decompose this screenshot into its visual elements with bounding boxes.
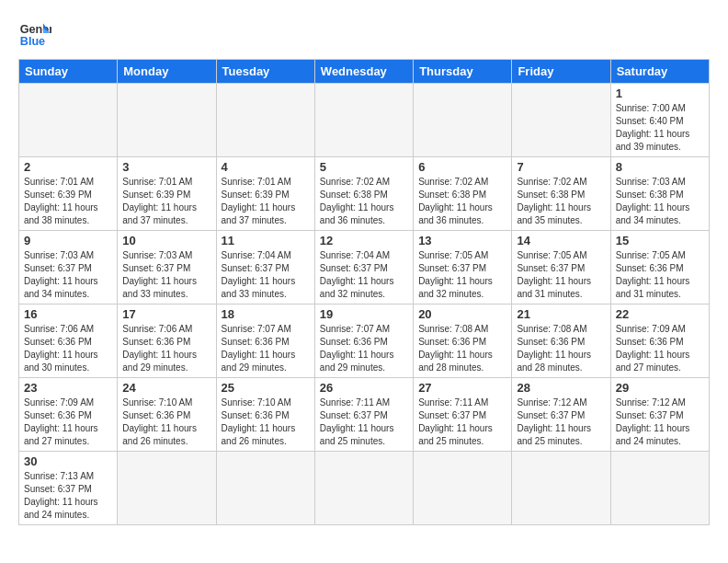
week-row-5: 23Sunrise: 7:09 AM Sunset: 6:36 PM Dayli… xyxy=(19,378,710,452)
day-number: 6 xyxy=(418,160,506,174)
day-cell: 29Sunrise: 7:12 AM Sunset: 6:37 PM Dayli… xyxy=(610,378,709,452)
day-info: Sunrise: 7:12 AM Sunset: 6:37 PM Dayligh… xyxy=(517,396,605,448)
day-cell: 23Sunrise: 7:09 AM Sunset: 6:36 PM Dayli… xyxy=(19,378,118,452)
day-number: 14 xyxy=(517,234,605,247)
day-cell xyxy=(610,452,709,525)
calendar-body: 1Sunrise: 7:00 AM Sunset: 6:40 PM Daylig… xyxy=(19,84,710,525)
day-info: Sunrise: 7:03 AM Sunset: 6:37 PM Dayligh… xyxy=(24,249,112,301)
day-info: Sunrise: 7:01 AM Sunset: 6:39 PM Dayligh… xyxy=(222,176,310,227)
day-number: 27 xyxy=(418,381,506,395)
day-number: 11 xyxy=(222,234,310,247)
day-cell xyxy=(216,84,314,157)
day-info: Sunrise: 7:02 AM Sunset: 6:38 PM Dayligh… xyxy=(517,176,605,227)
days-header-row: SundayMondayTuesdayWednesdayThursdayFrid… xyxy=(19,60,710,84)
day-cell: 14Sunrise: 7:05 AM Sunset: 6:37 PM Dayli… xyxy=(512,231,610,304)
day-cell: 19Sunrise: 7:07 AM Sunset: 6:36 PM Dayli… xyxy=(314,304,413,378)
day-number: 25 xyxy=(222,381,310,395)
logo: General Blue xyxy=(18,17,51,50)
day-number: 18 xyxy=(222,307,310,321)
day-info: Sunrise: 7:13 AM Sunset: 6:37 PM Dayligh… xyxy=(24,470,112,522)
day-number: 19 xyxy=(320,307,408,321)
day-cell xyxy=(118,84,216,157)
day-cell xyxy=(414,84,512,157)
day-cell: 8Sunrise: 7:03 AM Sunset: 6:38 PM Daylig… xyxy=(610,157,709,231)
day-cell: 4Sunrise: 7:01 AM Sunset: 6:39 PM Daylig… xyxy=(216,157,314,231)
day-number: 3 xyxy=(122,160,210,174)
day-header-wednesday: Wednesday xyxy=(314,60,413,84)
day-header-saturday: Saturday xyxy=(610,60,709,84)
day-cell: 15Sunrise: 7:05 AM Sunset: 6:36 PM Dayli… xyxy=(610,231,709,304)
day-cell xyxy=(512,84,610,157)
day-cell: 9Sunrise: 7:03 AM Sunset: 6:37 PM Daylig… xyxy=(19,231,118,304)
day-cell: 3Sunrise: 7:01 AM Sunset: 6:39 PM Daylig… xyxy=(118,157,216,231)
day-info: Sunrise: 7:03 AM Sunset: 6:37 PM Dayligh… xyxy=(122,249,210,301)
day-cell: 16Sunrise: 7:06 AM Sunset: 6:36 PM Dayli… xyxy=(19,304,118,378)
day-cell: 1Sunrise: 7:00 AM Sunset: 6:40 PM Daylig… xyxy=(610,84,709,157)
day-info: Sunrise: 7:05 AM Sunset: 6:37 PM Dayligh… xyxy=(517,249,605,301)
day-cell: 27Sunrise: 7:11 AM Sunset: 6:37 PM Dayli… xyxy=(414,378,512,452)
day-cell xyxy=(414,452,512,525)
day-info: Sunrise: 7:11 AM Sunset: 6:37 PM Dayligh… xyxy=(418,396,506,448)
day-number: 2 xyxy=(24,160,112,174)
day-info: Sunrise: 7:08 AM Sunset: 6:36 PM Dayligh… xyxy=(517,323,605,374)
week-row-3: 9Sunrise: 7:03 AM Sunset: 6:37 PM Daylig… xyxy=(19,231,710,304)
day-cell: 26Sunrise: 7:11 AM Sunset: 6:37 PM Dayli… xyxy=(314,378,413,452)
day-info: Sunrise: 7:07 AM Sunset: 6:36 PM Dayligh… xyxy=(222,323,310,374)
day-number: 8 xyxy=(616,160,704,174)
day-header-sunday: Sunday xyxy=(19,60,118,84)
day-cell: 17Sunrise: 7:06 AM Sunset: 6:36 PM Dayli… xyxy=(118,304,216,378)
week-row-2: 2Sunrise: 7:01 AM Sunset: 6:39 PM Daylig… xyxy=(19,157,710,231)
day-cell: 11Sunrise: 7:04 AM Sunset: 6:37 PM Dayli… xyxy=(216,231,314,304)
day-cell xyxy=(314,452,413,525)
day-cell: 22Sunrise: 7:09 AM Sunset: 6:36 PM Dayli… xyxy=(610,304,709,378)
day-info: Sunrise: 7:04 AM Sunset: 6:37 PM Dayligh… xyxy=(320,249,408,301)
day-number: 24 xyxy=(122,381,210,395)
day-info: Sunrise: 7:08 AM Sunset: 6:36 PM Dayligh… xyxy=(418,323,506,374)
day-cell: 7Sunrise: 7:02 AM Sunset: 6:38 PM Daylig… xyxy=(512,157,610,231)
day-cell: 30Sunrise: 7:13 AM Sunset: 6:37 PM Dayli… xyxy=(19,452,118,525)
day-header-friday: Friday xyxy=(512,60,610,84)
day-info: Sunrise: 7:11 AM Sunset: 6:37 PM Dayligh… xyxy=(320,396,408,448)
day-cell: 18Sunrise: 7:07 AM Sunset: 6:36 PM Dayli… xyxy=(216,304,314,378)
day-cell: 5Sunrise: 7:02 AM Sunset: 6:38 PM Daylig… xyxy=(314,157,413,231)
day-number: 21 xyxy=(517,307,605,321)
svg-text:Blue: Blue xyxy=(20,35,45,48)
day-number: 28 xyxy=(517,381,605,395)
day-cell: 13Sunrise: 7:05 AM Sunset: 6:37 PM Dayli… xyxy=(414,231,512,304)
day-number: 20 xyxy=(418,307,506,321)
day-number: 26 xyxy=(320,381,408,395)
week-row-4: 16Sunrise: 7:06 AM Sunset: 6:36 PM Dayli… xyxy=(19,304,710,378)
day-info: Sunrise: 7:05 AM Sunset: 6:36 PM Dayligh… xyxy=(616,249,704,301)
day-number: 4 xyxy=(222,160,310,174)
day-info: Sunrise: 7:06 AM Sunset: 6:36 PM Dayligh… xyxy=(122,323,210,374)
day-cell: 12Sunrise: 7:04 AM Sunset: 6:37 PM Dayli… xyxy=(314,231,413,304)
day-info: Sunrise: 7:05 AM Sunset: 6:37 PM Dayligh… xyxy=(418,249,506,301)
day-info: Sunrise: 7:07 AM Sunset: 6:36 PM Dayligh… xyxy=(320,323,408,374)
day-info: Sunrise: 7:12 AM Sunset: 6:37 PM Dayligh… xyxy=(616,396,704,448)
day-info: Sunrise: 7:10 AM Sunset: 6:36 PM Dayligh… xyxy=(122,396,210,448)
day-info: Sunrise: 7:02 AM Sunset: 6:38 PM Dayligh… xyxy=(418,176,506,227)
day-info: Sunrise: 7:03 AM Sunset: 6:38 PM Dayligh… xyxy=(616,176,704,227)
day-header-thursday: Thursday xyxy=(414,60,512,84)
day-info: Sunrise: 7:01 AM Sunset: 6:39 PM Dayligh… xyxy=(122,176,210,227)
day-cell: 25Sunrise: 7:10 AM Sunset: 6:36 PM Dayli… xyxy=(216,378,314,452)
day-cell: 28Sunrise: 7:12 AM Sunset: 6:37 PM Dayli… xyxy=(512,378,610,452)
day-cell xyxy=(512,452,610,525)
day-number: 15 xyxy=(616,234,704,247)
day-cell xyxy=(314,84,413,157)
calendar: SundayMondayTuesdayWednesdayThursdayFrid… xyxy=(18,59,710,525)
day-number: 7 xyxy=(517,160,605,174)
day-number: 22 xyxy=(616,307,704,321)
day-number: 13 xyxy=(418,234,506,247)
day-cell xyxy=(118,452,216,525)
day-cell xyxy=(19,84,118,157)
day-info: Sunrise: 7:00 AM Sunset: 6:40 PM Dayligh… xyxy=(616,102,704,154)
day-info: Sunrise: 7:04 AM Sunset: 6:37 PM Dayligh… xyxy=(222,249,310,301)
day-header-monday: Monday xyxy=(118,60,216,84)
day-number: 16 xyxy=(24,307,112,321)
day-cell: 2Sunrise: 7:01 AM Sunset: 6:39 PM Daylig… xyxy=(19,157,118,231)
day-number: 5 xyxy=(320,160,408,174)
day-number: 1 xyxy=(616,86,704,100)
day-info: Sunrise: 7:09 AM Sunset: 6:36 PM Dayligh… xyxy=(24,396,112,448)
day-header-tuesday: Tuesday xyxy=(216,60,314,84)
